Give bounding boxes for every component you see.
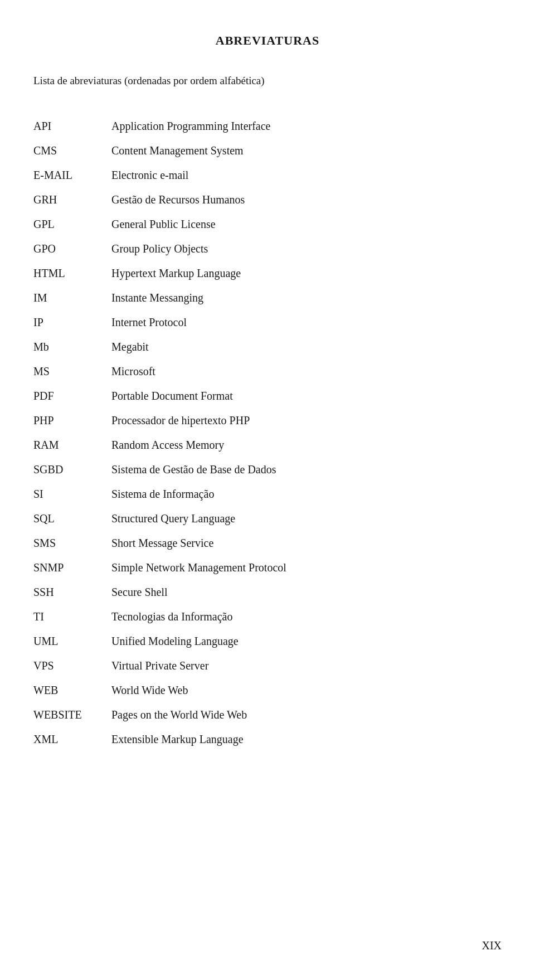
abbrev-definition: General Public License: [111, 212, 502, 236]
abbrev-definition: Application Programming Interface: [111, 114, 502, 138]
abbreviations-table: APIApplication Programming InterfaceCMSC…: [33, 114, 502, 751]
abbrev-term: PDF: [33, 384, 111, 408]
table-row: CMSContent Management System: [33, 138, 502, 163]
abbrev-definition: Tecnologias da Informação: [111, 604, 502, 629]
abbrev-term: GPL: [33, 212, 111, 236]
page-number: XIX: [481, 939, 502, 952]
abbrev-term: SI: [33, 482, 111, 506]
abbrev-definition: Simple Network Management Protocol: [111, 555, 502, 580]
table-row: GRHGestão de Recursos Humanos: [33, 187, 502, 212]
abbrev-definition: Random Access Memory: [111, 433, 502, 457]
table-row: WEBSITEPages on the World Wide Web: [33, 702, 502, 727]
subtitle: Lista de abreviaturas (ordenadas por ord…: [33, 75, 502, 87]
table-row: IPInternet Protocol: [33, 310, 502, 334]
table-row: VPSVirtual Private Server: [33, 653, 502, 678]
abbrev-definition: Content Management System: [111, 138, 502, 163]
abbrev-term: VPS: [33, 653, 111, 678]
abbrev-definition: Megabit: [111, 334, 502, 359]
table-row: RAMRandom Access Memory: [33, 433, 502, 457]
abbrev-term: XML: [33, 727, 111, 751]
abbrev-term: GPO: [33, 236, 111, 261]
abbrev-term: GRH: [33, 187, 111, 212]
abbrev-term: RAM: [33, 433, 111, 457]
abbrev-definition: Unified Modeling Language: [111, 629, 502, 653]
abbrev-term: SGBD: [33, 457, 111, 482]
table-row: SGBDSistema de Gestão de Base de Dados: [33, 457, 502, 482]
abbrev-definition: Sistema de Informação: [111, 482, 502, 506]
abbrev-definition: Extensible Markup Language: [111, 727, 502, 751]
abbrev-term: UML: [33, 629, 111, 653]
table-row: PHPProcessador de hipertexto PHP: [33, 408, 502, 433]
abbrev-definition: Virtual Private Server: [111, 653, 502, 678]
abbrev-definition: Microsoft: [111, 359, 502, 384]
table-row: HTMLHypertext Markup Language: [33, 261, 502, 285]
abbrev-term: WEB: [33, 678, 111, 702]
table-row: TITecnologias da Informação: [33, 604, 502, 629]
table-row: SNMPSimple Network Management Protocol: [33, 555, 502, 580]
abbrev-definition: Internet Protocol: [111, 310, 502, 334]
abbrev-definition: World Wide Web: [111, 678, 502, 702]
abbrev-term: IM: [33, 285, 111, 310]
table-row: WEBWorld Wide Web: [33, 678, 502, 702]
table-row: APIApplication Programming Interface: [33, 114, 502, 138]
table-row: MSMicrosoft: [33, 359, 502, 384]
table-row: E-MAILElectronic e-mail: [33, 163, 502, 187]
abbrev-definition: Sistema de Gestão de Base de Dados: [111, 457, 502, 482]
abbrev-definition: Processador de hipertexto PHP: [111, 408, 502, 433]
abbrev-definition: Pages on the World Wide Web: [111, 702, 502, 727]
page-container: ABREVIATURAS Lista de abreviaturas (orde…: [0, 0, 535, 796]
abbrev-term: WEBSITE: [33, 702, 111, 727]
table-row: PDFPortable Document Format: [33, 384, 502, 408]
abbrev-term: PHP: [33, 408, 111, 433]
abbrev-term: API: [33, 114, 111, 138]
abbrev-term: SSH: [33, 580, 111, 604]
abbrev-definition: Instante Messanging: [111, 285, 502, 310]
abbrev-term: CMS: [33, 138, 111, 163]
abbrev-definition: Secure Shell: [111, 580, 502, 604]
abbrev-definition: Hypertext Markup Language: [111, 261, 502, 285]
abbrev-definition: Short Message Service: [111, 531, 502, 555]
abbrev-term: SNMP: [33, 555, 111, 580]
abbrev-definition: Group Policy Objects: [111, 236, 502, 261]
table-row: XMLExtensible Markup Language: [33, 727, 502, 751]
abbrev-term: Mb: [33, 334, 111, 359]
table-row: SQLStructured Query Language: [33, 506, 502, 531]
table-row: MbMegabit: [33, 334, 502, 359]
table-row: SSHSecure Shell: [33, 580, 502, 604]
abbrev-term: IP: [33, 310, 111, 334]
abbrev-term: MS: [33, 359, 111, 384]
abbrev-term: SMS: [33, 531, 111, 555]
abbrev-definition: Electronic e-mail: [111, 163, 502, 187]
table-row: UMLUnified Modeling Language: [33, 629, 502, 653]
abbrev-term: SQL: [33, 506, 111, 531]
abbrev-definition: Gestão de Recursos Humanos: [111, 187, 502, 212]
abbrev-definition: Portable Document Format: [111, 384, 502, 408]
table-row: GPLGeneral Public License: [33, 212, 502, 236]
abbrev-term: HTML: [33, 261, 111, 285]
page-title: ABREVIATURAS: [33, 33, 502, 48]
abbrev-term: TI: [33, 604, 111, 629]
table-row: IMInstante Messanging: [33, 285, 502, 310]
table-row: GPOGroup Policy Objects: [33, 236, 502, 261]
table-row: SISistema de Informação: [33, 482, 502, 506]
abbrev-definition: Structured Query Language: [111, 506, 502, 531]
abbrev-term: E-MAIL: [33, 163, 111, 187]
table-row: SMSShort Message Service: [33, 531, 502, 555]
